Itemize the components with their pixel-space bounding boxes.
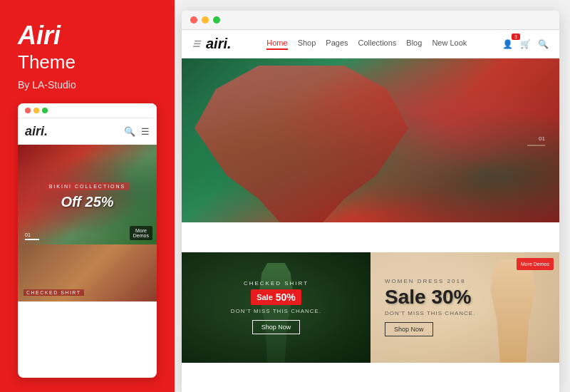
sale-large-right: Sale 30% <box>385 287 471 307</box>
mobile-bottom: CHECKED SHIRT <box>18 244 157 301</box>
mobile-nav-indicator: 01 <box>25 232 39 240</box>
sidebar-subtitle: Theme <box>18 51 157 73</box>
shop-now-btn-left[interactable]: Shop Now <box>252 320 301 334</box>
main-area: ☰ airi. Home Shop Pages Collections Blog… <box>175 0 570 392</box>
product-tag-right: Women Dress 2018 <box>385 278 465 284</box>
product-card-right: More Demos Women Dress 2018 Sale 30% DON… <box>370 252 559 363</box>
desktop-logo: ☰ airi. <box>192 36 232 52</box>
sale-label-left: Sale <box>256 293 273 301</box>
nav-link-new-look[interactable]: New Look <box>432 38 467 50</box>
sidebar: Airi Theme By LA-Studio airi. 🔍 ☰ BIKINI… <box>0 0 175 392</box>
sale-badge-inner: Sale 50% <box>251 289 301 305</box>
mobile-dot-yellow <box>33 108 39 113</box>
desktop-logo-text: airi. <box>206 36 232 52</box>
desktop-nav: ☰ airi. Home Shop Pages Collections Blog… <box>182 30 559 58</box>
hero-pagination: 01 <box>527 135 545 146</box>
browser-dot-yellow <box>202 16 209 24</box>
desktop-preview: ☰ airi. Home Shop Pages Collections Blog… <box>182 11 559 392</box>
nav-badge: 3 <box>512 33 520 40</box>
mobile-nav-line <box>25 239 39 240</box>
desktop-browser-bar <box>182 11 559 30</box>
mobile-search-icon: 🔍 <box>124 126 135 137</box>
mobile-dots <box>25 108 48 113</box>
desktop-nav-links: Home Shop Pages Collections Blog New Loo… <box>266 38 467 50</box>
more-demos-badge: More Demos <box>517 258 554 270</box>
bottom-grid: CHECKED SHIRT Sale 50% DON'T MISS THIS C… <box>182 252 559 393</box>
desktop-logo-menu-icon: ☰ <box>192 39 200 49</box>
product-card-left: CHECKED SHIRT Sale 50% DON'T MISS THIS C… <box>182 252 370 363</box>
nav-link-shop[interactable]: Shop <box>298 38 316 50</box>
mobile-collection-label: BIKINI COLLECTIONS <box>46 182 130 190</box>
mobile-preview: airi. 🔍 ☰ BIKINI COLLECTIONS Off 25% 01 … <box>18 103 157 378</box>
mobile-page-num: 01 <box>25 232 39 237</box>
mobile-dot-green <box>42 108 48 113</box>
mobile-preview-header <box>18 103 157 118</box>
mobile-nav: airi. 🔍 ☰ <box>18 118 157 145</box>
nav-link-home[interactable]: Home <box>266 38 287 50</box>
sale-badge-left: Sale 50% <box>251 289 301 305</box>
desktop-content: 01 CHECKED SHIRT Sale 50% <box>182 58 559 392</box>
hero-page-line <box>527 145 545 146</box>
desktop-nav-right: 3 👤 🛒 🔍 <box>502 39 549 49</box>
mobile-dot-red <box>25 108 31 113</box>
mobile-hero: BIKINI COLLECTIONS Off 25% 01 MoreDemos <box>18 145 157 244</box>
nav-user-icon[interactable]: 👤 <box>502 39 513 49</box>
mobile-nav-icons: 🔍 ☰ <box>124 126 150 137</box>
sale-percent-left: 50% <box>276 292 296 303</box>
sidebar-title: Airi <box>18 21 157 50</box>
dont-miss-right: DON'T MISS THIS CHANCE. <box>385 310 475 316</box>
mobile-logo: airi. <box>25 124 48 139</box>
sidebar-author: By LA-Studio <box>18 79 157 91</box>
mobile-checked-label: CHECKED SHIRT <box>24 289 84 296</box>
nav-cart-icon[interactable]: 🛒 <box>520 39 531 49</box>
mobile-hero-title: Off 25% <box>46 194 130 210</box>
browser-dot-red <box>190 16 197 24</box>
shop-now-btn-right[interactable]: Shop Now <box>385 322 433 336</box>
mobile-hero-content: BIKINI COLLECTIONS Off 25% <box>46 178 130 210</box>
hero-section: 01 <box>182 58 559 222</box>
browser-dot-green <box>213 16 220 24</box>
product-card-content-left: CHECKED SHIRT Sale 50% DON'T MISS THIS C… <box>182 252 370 363</box>
dont-miss-left: DON'T MISS THIS CHANCE. <box>231 308 321 314</box>
nav-link-collections[interactable]: Collections <box>358 38 397 50</box>
product-tag-left: CHECKED SHIRT <box>244 280 309 287</box>
mobile-menu-icon: ☰ <box>141 126 150 137</box>
hero-page-num: 01 <box>539 135 545 142</box>
nav-link-pages[interactable]: Pages <box>326 38 348 50</box>
nav-link-blog[interactable]: Blog <box>406 38 422 50</box>
nav-search-icon[interactable]: 🔍 <box>538 39 549 49</box>
mobile-more-demos: MoreDemos <box>130 226 152 240</box>
